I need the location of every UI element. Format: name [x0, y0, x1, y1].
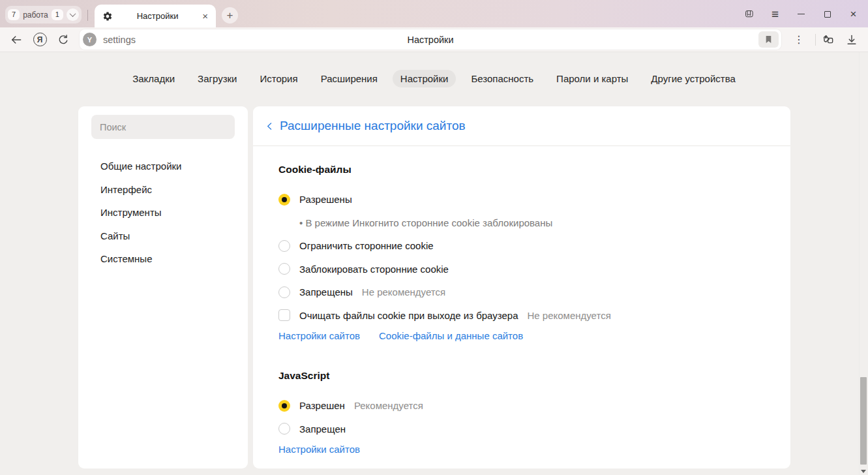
- tab-title: Настройки: [113, 11, 202, 21]
- toolbar-divider: [815, 34, 816, 46]
- nav-tab-other-devices[interactable]: Другие устройства: [643, 70, 743, 87]
- settings-nav-tabs: Закладки Загрузки История Расширения Нас…: [0, 52, 868, 87]
- checkbox-clear-cookies-on-exit[interactable]: Очищать файлы cookie при выходе из брауз…: [278, 304, 764, 328]
- radio-icon[interactable]: [278, 240, 290, 252]
- tab-group-count-badge: 7: [8, 9, 20, 20]
- radio-checked-icon[interactable]: [278, 400, 290, 412]
- scrollbar-down-arrow-icon[interactable]: [861, 470, 866, 473]
- extensions-button[interactable]: [821, 33, 835, 47]
- url-text: settings: [103, 35, 136, 45]
- window-maximize-button[interactable]: [822, 8, 833, 20]
- browser-menu-button[interactable]: ≡: [770, 8, 781, 20]
- tab-strip-divider: [87, 10, 88, 21]
- link-cookies-and-site-data[interactable]: Cookie-файлы и данные сайтов: [379, 330, 523, 341]
- hint-not-recommended: Не рекомендуется: [528, 310, 611, 321]
- back-chevron-icon[interactable]: [263, 119, 276, 132]
- chevron-down-icon: [69, 10, 76, 17]
- section-title-javascript: JavaScript: [278, 370, 764, 382]
- window-close-button[interactable]: ×: [848, 8, 859, 20]
- bookmark-icon: [764, 35, 773, 44]
- nav-tab-security[interactable]: Безопасность: [463, 70, 541, 87]
- sidebar-item-general[interactable]: Общие настройки: [91, 155, 235, 178]
- link-site-settings[interactable]: Настройки сайтов: [278, 444, 360, 455]
- tab-group-name: работа: [23, 10, 48, 20]
- nav-tab-bookmarks[interactable]: Закладки: [125, 70, 183, 87]
- search-input[interactable]: [91, 115, 235, 139]
- radio-js-forbidden[interactable]: Запрещен: [278, 418, 764, 441]
- settings-main-panel: Расширенные настройки сайтов Cookie-файл…: [253, 106, 790, 468]
- page-header: Расширенные настройки сайтов: [253, 106, 790, 146]
- tab-group-expand-button[interactable]: [67, 8, 79, 21]
- checkbox-icon[interactable]: [278, 309, 290, 321]
- minimize-icon: [798, 14, 805, 14]
- side-panel-button[interactable]: [743, 8, 755, 20]
- nav-tab-passwords[interactable]: Пароли и карты: [548, 70, 636, 87]
- hint-not-recommended: Не рекомендуется: [362, 286, 445, 298]
- javascript-section: JavaScript Разрешен Рекомендуется Запрещ…: [278, 370, 764, 455]
- downloads-button[interactable]: [845, 33, 859, 47]
- sidebar-item-system[interactable]: Системные: [91, 247, 235, 271]
- toolbar: Я Y settings Настройки ⋮: [0, 27, 868, 52]
- radio-icon[interactable]: [278, 263, 290, 275]
- nav-tab-downloads[interactable]: Загрузки: [190, 70, 245, 87]
- back-button[interactable]: [9, 33, 23, 47]
- radio-icon[interactable]: [278, 286, 290, 298]
- settings-page: Закладки Загрузки История Расширения Нас…: [0, 52, 868, 475]
- nav-tab-extensions[interactable]: Расширения: [313, 70, 385, 87]
- titlebar: 7 работа 1 Настройки × + ≡ ×: [0, 0, 868, 27]
- refresh-button[interactable]: [56, 33, 70, 47]
- radio-icon[interactable]: [278, 423, 290, 435]
- radio-cookies-limit-thirdparty[interactable]: Ограничить сторонние cookie: [278, 234, 764, 258]
- page-actions-menu-button[interactable]: ⋮: [793, 33, 805, 46]
- radio-checked-icon[interactable]: [278, 194, 290, 206]
- page-header-title[interactable]: Расширенные настройки сайтов: [280, 119, 466, 133]
- nav-tab-settings[interactable]: Настройки: [393, 70, 456, 87]
- scrollbar-track[interactable]: [859, 52, 868, 475]
- address-bar[interactable]: Y settings Настройки: [80, 29, 781, 50]
- hint-recommended: Рекомендуется: [354, 400, 423, 411]
- section-title-cookies: Cookie-файлы: [278, 164, 764, 176]
- tab-group-pill[interactable]: 7 работа 1: [5, 6, 82, 23]
- page-title: Настройки: [80, 35, 781, 45]
- tab-settings[interactable]: Настройки ×: [95, 5, 216, 27]
- cookies-incognito-note: • В режиме Инкогнито сторонние cookie за…: [278, 211, 764, 235]
- radio-cookies-block-thirdparty[interactable]: Заблокировать сторонние cookie: [278, 258, 764, 281]
- nav-tab-history[interactable]: История: [252, 70, 305, 87]
- yandex-home-button[interactable]: Я: [33, 33, 47, 47]
- new-tab-button[interactable]: +: [222, 7, 238, 23]
- site-badge-icon: Y: [83, 33, 97, 46]
- link-site-settings[interactable]: Настройки сайтов: [278, 330, 360, 341]
- sidebar-item-tools[interactable]: Инструменты: [91, 201, 235, 224]
- radio-js-allowed[interactable]: Разрешен Рекомендуется: [278, 394, 764, 418]
- tab-close-icon[interactable]: ×: [202, 11, 208, 21]
- window-minimize-button[interactable]: [796, 8, 807, 20]
- settings-sidebar: Общие настройки Интерфейс Инструменты Са…: [78, 106, 248, 468]
- scrollbar-thumb[interactable]: [860, 377, 867, 465]
- sidebar-item-interface[interactable]: Интерфейс: [91, 178, 235, 202]
- gear-icon: [102, 11, 113, 22]
- maximize-icon: [824, 11, 831, 18]
- bookmark-button[interactable]: [758, 31, 779, 48]
- cookies-section: Cookie-файлы Разрешены • В режиме Инкогн…: [278, 164, 764, 341]
- sidebar-item-sites[interactable]: Сайты: [91, 224, 235, 248]
- yandex-logo-icon: Я: [33, 33, 47, 46]
- tab-group-active-badge: 1: [52, 9, 63, 20]
- radio-cookies-forbidden[interactable]: Запрещены Не рекомендуется: [278, 281, 764, 304]
- radio-cookies-allowed[interactable]: Разрешены: [278, 188, 764, 211]
